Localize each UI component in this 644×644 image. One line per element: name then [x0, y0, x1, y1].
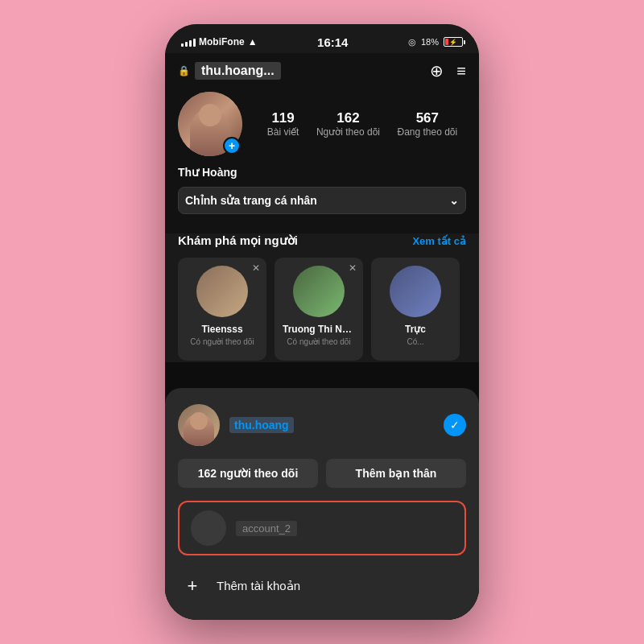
account-info: thu.hoang [178, 404, 294, 446]
posts-stat: 119 Bài viết [267, 110, 299, 138]
account-row: thu.hoang ✓ [178, 404, 466, 446]
close-icon-2[interactable]: ✕ [349, 262, 357, 274]
status-time: 16:14 [317, 35, 348, 49]
sheet-avatar [178, 404, 220, 446]
card-name-1: Tieensss [186, 324, 258, 335]
edit-profile-label: Chỉnh sửa trang cá nhân [185, 194, 317, 207]
battery-percent: 18% [421, 37, 439, 47]
battery-icon: ⚡ [444, 37, 463, 47]
top-icons: ⊕ ≡ [430, 61, 466, 80]
add-avatar-button[interactable]: + [223, 137, 241, 155]
signal-bar-3 [189, 40, 192, 47]
menu-icon[interactable]: ≡ [456, 62, 466, 80]
close-icon-1[interactable]: ✕ [252, 262, 260, 274]
posts-count: 119 [267, 110, 299, 126]
discover-cards: ✕ Tieensss Có người theo dõi ✕ Truong Th… [178, 258, 466, 361]
profile-username: thu.hoang... [195, 62, 281, 80]
following-count: 567 [397, 110, 457, 126]
secondary-account[interactable]: account_2 [178, 501, 466, 555]
card-name-3: Trực [379, 324, 452, 335]
battery-fill [445, 39, 448, 45]
chevron-down-icon: ⌄ [449, 194, 459, 207]
app-content: 🔒 thu.hoang... ⊕ ≡ + 119 [165, 53, 479, 620]
sheet-username: thu.hoang [229, 417, 294, 433]
secondary-username: account_2 [236, 521, 297, 536]
card-name-2: Truong Thi Ngoc A... [283, 324, 355, 335]
status-left: MobiFone ▲ [181, 36, 258, 47]
discover-card-1[interactable]: ✕ Tieensss Có người theo dõi [178, 258, 266, 361]
following-label: Đang theo dõi [397, 126, 457, 138]
signal-bar-1 [181, 43, 184, 47]
signal-bar-4 [193, 39, 196, 47]
username-row: 🔒 thu.hoang... [178, 62, 281, 80]
see-all-link[interactable]: Xem tất cả [412, 235, 466, 247]
following-stat[interactable]: 567 Đang theo dõi [397, 110, 457, 138]
signal-bar-2 [185, 42, 188, 47]
followers-stat[interactable]: 162 Người theo dõi [316, 110, 380, 138]
followers-label: Người theo dõi [316, 126, 380, 138]
battery-bolt-icon: ⚡ [449, 39, 457, 46]
card-avatar-1 [196, 266, 248, 317]
lock-icon: 🔒 [178, 65, 190, 76]
signal-bars [181, 37, 196, 47]
discover-card-3[interactable]: Trực Có... [371, 258, 460, 361]
card-avatar-3 [390, 266, 441, 317]
edit-profile-button[interactable]: Chỉnh sửa trang cá nhân ⌄ [178, 187, 466, 214]
discover-title: Khám phá mọi người [178, 233, 298, 248]
check-circle: ✓ [444, 414, 466, 436]
posts-label: Bài viết [267, 126, 299, 138]
carrier-name: MobiFone [199, 36, 245, 47]
action-buttons: 162 người theo dõi Thêm bạn thân [178, 459, 466, 488]
stats-row: 119 Bài viết 162 Người theo dõi 567 Đang… [258, 110, 466, 138]
discover-section: Khám phá mọi người Xem tất cả ✕ Tieensss… [165, 233, 479, 370]
avatar-wrapper: + [178, 92, 242, 156]
secondary-avatar [191, 510, 226, 546]
display-name: Thư Hoàng [178, 166, 466, 179]
profile-top-bar: 🔒 thu.hoang... ⊕ ≡ [178, 61, 466, 80]
location-icon: ◎ [408, 37, 416, 47]
add-account-text: Thêm tài khoản [217, 579, 300, 593]
followers-button[interactable]: 162 người theo dõi [178, 459, 318, 488]
bottom-sheet: thu.hoang ✓ 162 người theo dõi Thêm bạn … [165, 388, 479, 620]
card-sub-3: Có... [379, 337, 452, 346]
add-post-icon[interactable]: ⊕ [430, 61, 444, 80]
card-sub-1: Có người theo dõi [186, 337, 258, 346]
status-right: ◎ 18% ⚡ [408, 37, 463, 47]
phone-frame: MobiFone ▲ 16:14 ◎ 18% ⚡ 🔒 thu.hoang... [165, 24, 479, 620]
discover-card-2[interactable]: ✕ Truong Thi Ngoc A... Có người theo dõi [275, 258, 363, 361]
followers-count: 162 [316, 110, 380, 126]
profile-area: 🔒 thu.hoang... ⊕ ≡ + 119 [165, 53, 479, 233]
wifi-icon: ▲ [248, 36, 258, 47]
battery-container: ⚡ [444, 37, 463, 47]
status-bar: MobiFone ▲ 16:14 ◎ 18% ⚡ [165, 24, 479, 53]
profile-info-row: + 119 Bài viết 162 Người theo dõi 567 Đa… [178, 92, 466, 156]
discover-header: Khám phá mọi người Xem tất cả [178, 233, 466, 248]
add-friend-button[interactable]: Thêm bạn thân [326, 459, 466, 488]
plus-icon: + [178, 572, 207, 601]
add-account-row[interactable]: + Thêm tài khoản [178, 568, 466, 604]
card-sub-2: Có người theo dõi [283, 337, 355, 346]
card-avatar-2 [293, 266, 345, 317]
